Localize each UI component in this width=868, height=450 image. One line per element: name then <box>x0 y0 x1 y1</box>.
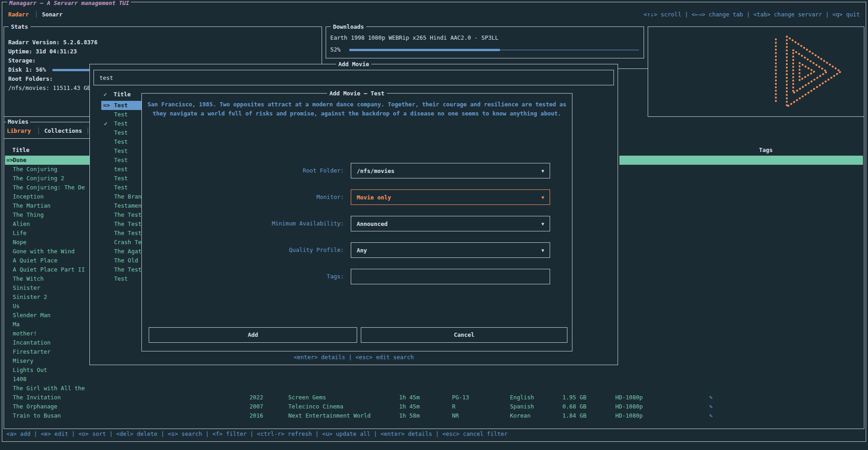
add-movie-details-popup: Add Movie — Test San Francisco, 1985. Tw… <box>141 93 572 351</box>
movies-title-column-header: Title <box>12 146 30 155</box>
minimum-availability-value: Announced <box>357 220 388 229</box>
result-title-cell: Testamen <box>114 201 141 210</box>
movie-overview-line-1: San Francisco, 1985. Two opposites attra… <box>142 100 572 109</box>
monitor-dropdown[interactable]: Movie only▼ <box>351 189 550 205</box>
movies-tags-column-header: Tags <box>759 146 773 155</box>
managarr-app: Managarr — A Servarr management TUI Rada… <box>0 0 868 450</box>
quality-profile-dropdown[interactable]: Any▼ <box>351 242 550 258</box>
movie-title-cell: Life <box>13 229 26 238</box>
stats-storage-label: Storage: <box>8 56 36 65</box>
tab-separator: │ <box>35 10 38 19</box>
download-progress-fill <box>349 49 500 51</box>
result-title-cell: Test <box>114 183 128 192</box>
movie-title-cell: Misery <box>13 356 33 366</box>
result-title-cell: Test <box>114 110 128 119</box>
movie-title-cell: Sinister 2 <box>13 293 47 302</box>
selection-arrow: => <box>6 156 13 165</box>
tags-input[interactable] <box>351 269 550 284</box>
tab-library[interactable]: Library <box>7 126 31 136</box>
movies-panel-title: Movies <box>6 117 30 126</box>
root-folder-dropdown[interactable]: /nfs/movies▼ <box>351 163 550 178</box>
cancel-button[interactable]: Cancel <box>361 327 567 343</box>
movie-title-cell: The Conjuring: The De <box>13 183 85 192</box>
result-title-cell: The Test <box>114 210 141 220</box>
movie-title-cell: A Quiet Place Part II <box>13 265 85 274</box>
stats-root-folder-value: /nfs/movies: 11511.43 GB <box>8 84 91 93</box>
movie-studio-cell: Telecinco Cinema <box>288 402 343 411</box>
stats-panel-title: Stats <box>9 22 31 31</box>
movie-title-cell: The Conjuring 2 <box>13 174 64 183</box>
minimum-availability-label: Minimum Availability: <box>272 219 344 228</box>
movie-runtime-cell: 1h 45m <box>399 402 420 411</box>
movie-detail-row[interactable]: 2022Screen Gems1h 45mPG-13English1.95 GB… <box>5 393 863 402</box>
movie-year-cell: 2022 <box>249 393 263 402</box>
stats-uptime: Uptime: 31d 04:31:23 <box>8 47 77 56</box>
movies-tab-separator: │ <box>37 126 41 136</box>
movie-title-cell: A Quiet Place <box>13 256 57 265</box>
stats-version: Radarr Version: 5.2.6.8376 <box>8 38 98 47</box>
movies-tabs-underline <box>4 138 92 139</box>
result-title-cell: Crash Te <box>114 238 141 247</box>
header-keybind-help: <↑↓> scroll | <←→> change tab | <tab> ch… <box>644 10 860 19</box>
chevron-down-icon: ▼ <box>541 247 544 254</box>
minimum-availability-dropdown[interactable]: Announced▼ <box>351 216 550 231</box>
result-title-cell: Test <box>114 274 128 283</box>
result-title-cell: Test <box>114 147 128 156</box>
chevron-down-icon: ▼ <box>541 220 544 228</box>
result-title-cell: The Test <box>114 229 141 238</box>
movie-title-cell: Nope <box>13 238 26 247</box>
movie-row[interactable]: The Girl with All the <box>5 384 863 393</box>
movie-quality-cell: HD-1080p <box>615 411 643 420</box>
add-button[interactable]: Add <box>149 327 357 343</box>
result-title-cell: Test <box>114 119 128 128</box>
movie-title-cell: Dune <box>13 156 26 165</box>
movie-search-box <box>94 70 614 85</box>
add-movie-panel-title: Add Movie <box>336 60 372 69</box>
movie-title-cell: 1408 <box>13 375 26 384</box>
tab-sonarr[interactable]: Sonarr <box>42 10 62 19</box>
monitor-value: Movie only <box>357 193 391 202</box>
movie-year-cell: 2007 <box>249 402 263 411</box>
edit-pencil-icon: ✎ <box>709 402 713 411</box>
result-title-cell: Test <box>114 101 128 110</box>
movie-year-cell: 2016 <box>249 411 263 420</box>
app-title: Managarr — A Servarr management TUI <box>7 0 131 8</box>
chevron-down-icon: ▼ <box>541 167 544 175</box>
movie-certification-cell: PG-13 <box>452 393 469 402</box>
tab-collections[interactable]: Collections <box>44 126 82 136</box>
footer-keybind-help: <a> add | <e> edit | <o> sort | <del> de… <box>6 429 508 439</box>
quality-profile-value: Any <box>357 246 367 255</box>
result-title-cell: Test <box>114 137 128 147</box>
add-movie-keybind-help: <enter> details | <esc> edit search <box>90 353 618 362</box>
movie-title-cell: Firestarter <box>13 347 51 356</box>
edit-pencil-icon: ✎ <box>709 411 713 420</box>
movie-language-cell: Spanish <box>510 402 534 411</box>
movie-detail-row[interactable]: 2007Telecinco Cinema1h 45mRSpanish0.68 G… <box>5 402 863 411</box>
movie-search-input[interactable] <box>99 70 605 85</box>
result-title-cell: Test <box>114 156 128 165</box>
stats-root-folders-label: Root Folders: <box>8 74 53 84</box>
result-title-cell: The Old <box>114 256 138 265</box>
movie-overview-line-2: they navigate a world full of risks and … <box>142 109 572 118</box>
movie-row[interactable]: Lights Out <box>5 366 863 375</box>
movie-certification-cell: R <box>452 402 456 411</box>
download-item-title: Earth 1998 1080p WEBRip x265 Hindi AAC2.… <box>330 33 499 42</box>
selection-arrow: => <box>103 101 110 110</box>
root-folder-label: Root Folder: <box>303 166 344 175</box>
movie-runtime-cell: 1h 45m <box>399 393 420 402</box>
movie-title-cell: Ma <box>13 320 20 329</box>
movie-row[interactable]: 1408 <box>5 375 863 384</box>
movie-size-cell: 0.68 GB <box>562 402 587 411</box>
tab-radarr[interactable]: Radarr <box>8 10 29 19</box>
movie-title-cell: Sinister <box>13 283 40 293</box>
movie-title-cell: Gone with the Wind <box>13 247 74 256</box>
movie-studio-cell: Next Entertainment World <box>288 411 371 420</box>
movie-detail-row[interactable]: 2016Next Entertainment World1h 58mNRKore… <box>5 411 863 420</box>
result-title-cell: Test <box>114 128 128 137</box>
results-in-library-column-header: ✓ <box>104 90 107 99</box>
movie-quality-cell: HD-1080p <box>615 393 643 402</box>
download-progress-track <box>500 50 639 50</box>
movie-language-cell: English <box>510 393 534 402</box>
movie-title-cell: The Thing <box>13 210 44 220</box>
results-title-column-header: Title <box>114 90 131 99</box>
